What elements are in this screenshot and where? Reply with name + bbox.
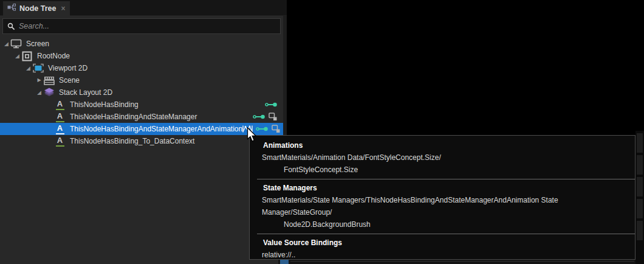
tooltip-path-line: TextConcept.Text <box>257 261 630 264</box>
tooltip-section-header: Value Source Bindings <box>257 237 630 249</box>
tree-node-label: Screen <box>26 40 49 48</box>
search-box[interactable] <box>2 18 281 34</box>
collapse-arrow-icon[interactable]: ◢ <box>24 62 32 74</box>
screen-node-icon <box>10 39 22 49</box>
tooltip-path-line: Node2D.BackgroundBrush <box>257 218 630 231</box>
tree-node-thisnodehasbinding_to_datacontext[interactable]: AThisNodeHasBinding_To_DataContext <box>0 135 283 147</box>
stack-layout-2d-icon <box>43 88 55 97</box>
search-icon <box>7 23 15 30</box>
tab-node-tree[interactable]: Node Tree × <box>3 1 70 16</box>
close-icon[interactable]: × <box>61 4 65 13</box>
tree-node-label: ThisNodeHasBinding_To_DataContext <box>70 137 194 145</box>
tree-node-rootnode[interactable]: ◢RootNode <box>0 50 283 62</box>
text-block-2d-icon: A <box>54 136 66 147</box>
tree-node-thisnodehasbindingandstatemanagerandanimation[interactable]: AThisNodeHasBindingAndStateManagerAndAni… <box>0 123 283 135</box>
tooltip-path-line: relative://.. <box>257 249 630 261</box>
binding-badge-icon <box>256 125 269 133</box>
tooltip-section-header: State Managers <box>257 182 630 194</box>
tree-node-label: Viewport 2D <box>48 64 87 72</box>
node-status-badges <box>253 113 283 121</box>
tree-node-screen[interactable]: ◢Screen <box>0 38 283 50</box>
tree-node-viewport 2d[interactable]: ◢Viewport 2D <box>0 62 283 74</box>
tree-node-label: RootNode <box>37 52 70 60</box>
collapse-arrow-icon[interactable]: ◢ <box>13 50 21 62</box>
tree-node-thisnodehasbinding[interactable]: AThisNodeHasBinding <box>0 99 283 111</box>
node-tree: ◢Screen◢RootNode◢Viewport 2D▶Scene◢Stack… <box>0 38 287 147</box>
scene-icon <box>43 76 55 85</box>
mouse-cursor <box>247 127 258 145</box>
tab-title: Node Tree <box>19 4 56 13</box>
tree-node-label: ThisNodeHasBindingAndStateManagerAndAnim… <box>70 125 242 133</box>
state-manager-badge-icon <box>269 113 278 121</box>
tree-node-label: Stack Layout 2D <box>59 88 112 97</box>
text-block-2d-icon: A <box>54 100 66 110</box>
search-input[interactable] <box>19 22 280 30</box>
collapse-arrow-icon[interactable]: ◢ <box>2 38 10 50</box>
tooltip-section-header: Animations <box>250 139 630 151</box>
node-tree-panel: Node Tree × ◢Screen◢RootNode◢Viewport 2D… <box>0 0 287 264</box>
node-info-tooltip: AnimationsSmartMaterials/Animation Data/… <box>249 135 635 260</box>
tooltip-section: AnimationsSmartMaterials/Animation Data/… <box>250 137 635 179</box>
expand-arrow-icon[interactable]: ▶ <box>35 74 43 86</box>
node-status-badges <box>265 101 283 108</box>
tree-node-scene[interactable]: ▶Scene <box>0 74 283 86</box>
binding-badge-icon <box>265 101 278 108</box>
collapse-arrow-icon[interactable]: ◢ <box>35 86 43 99</box>
tooltip-section: State ManagersSmartMaterials/State Manag… <box>257 179 635 234</box>
panel-tab-bar: Node Tree × <box>0 0 287 16</box>
tree-node-label: Scene <box>59 76 80 85</box>
tree-node-stack layout 2d[interactable]: ◢Stack Layout 2D <box>0 86 283 99</box>
tree-node-thisnodehasbindingandstatemanager[interactable]: AThisNodeHasBindingAndStateManager <box>0 111 283 123</box>
node-tree-icon <box>7 3 16 14</box>
tooltip-section: Value Source Bindingsrelative://..TextCo… <box>257 234 635 264</box>
tooltip-path-line: SmartMaterials/Animation Data/FontStyleC… <box>250 151 630 164</box>
state-manager-badge-icon <box>272 125 281 133</box>
tree-node-label: ThisNodeHasBindingAndStateManager <box>70 113 197 121</box>
tooltip-path-line: SmartMaterials/State Managers/ThisNodeHa… <box>257 194 630 218</box>
rootnode-icon <box>21 51 33 61</box>
tree-node-label: ThisNodeHasBinding <box>70 100 139 109</box>
tooltip-path-line: FontStyleConcept.Size <box>250 164 630 176</box>
text-block-2d-icon: A <box>54 112 66 122</box>
binding-badge-icon <box>253 113 265 120</box>
viewport-2d-icon <box>32 63 44 73</box>
text-block-2d-icon: A <box>54 124 66 134</box>
right-panel-edge <box>635 131 644 264</box>
application-window: Node Tree × ◢Screen◢RootNode◢Viewport 2D… <box>0 0 644 264</box>
